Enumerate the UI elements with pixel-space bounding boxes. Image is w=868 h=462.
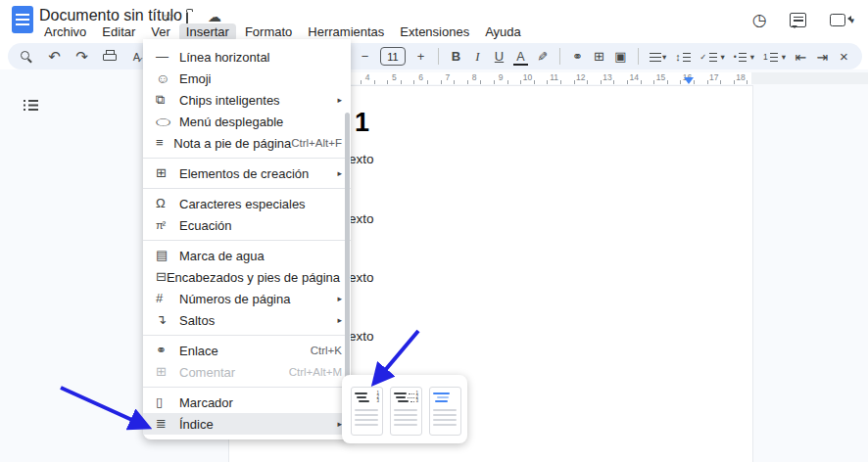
right-indent-marker[interactable] xyxy=(684,77,694,84)
menu-item-label: Comentar xyxy=(179,365,289,380)
decrease-font-size-button[interactable]: − xyxy=(359,49,371,64)
menu-item-label: Marcador xyxy=(179,395,342,410)
menu-item-chips-inteligentes[interactable]: ⧉Chips inteligentes▸ xyxy=(143,89,351,111)
docs-logo[interactable] xyxy=(12,6,33,33)
bulleted-list-icon xyxy=(739,52,747,62)
ruler-number: 5 xyxy=(392,72,397,82)
ruler-outside-page xyxy=(751,72,868,84)
comment-icon: ⊞ xyxy=(156,365,179,379)
breaks-icon: ↴ xyxy=(156,313,179,327)
menu-item-saltos[interactable]: ↴Saltos▸ xyxy=(143,309,351,331)
menu-item-grafico[interactable]: ▯Gráfico xyxy=(143,39,351,46)
toc-links[interactable] xyxy=(429,387,461,436)
shortcut-label: Ctrl+Alt+F xyxy=(291,137,342,149)
text-color-icon[interactable]: A xyxy=(514,51,527,63)
body-text-fragment: exto xyxy=(349,329,374,344)
submenu-arrow-icon: ▸ xyxy=(337,168,342,178)
menu-item-encabezados-y-pies-de-pagina[interactable]: ⊟Encabezados y pies de página▸ xyxy=(143,266,351,288)
menu-item-label: Línea horizontal xyxy=(179,50,342,65)
menu-item-linea-horizontal[interactable]: —Línea horizontal xyxy=(143,46,351,68)
align-button[interactable]: ▾ xyxy=(650,52,666,62)
checklist-button[interactable]: ✓▾ xyxy=(699,52,724,62)
ruler-number: 18 xyxy=(736,72,745,82)
menu-item-label: Marca de agua xyxy=(179,249,342,263)
insert-image-icon[interactable]: ▣ xyxy=(614,49,627,64)
toc-plain-numbers[interactable]: 123 xyxy=(351,387,383,436)
italic-icon[interactable]: I xyxy=(471,49,484,65)
heading-text: 1 xyxy=(355,108,369,138)
menu-item-elementos-de-creacion[interactable]: ⊞Elementos de creación▸ xyxy=(143,162,351,184)
search-icon[interactable] xyxy=(20,50,33,64)
menu-editar[interactable]: Editar xyxy=(95,23,142,41)
decrease-indent-icon[interactable]: ⇤ xyxy=(795,49,807,65)
print-icon[interactable] xyxy=(103,51,116,63)
ruler-number: 7 xyxy=(445,72,450,82)
numbered-list-button[interactable]: 1▾ xyxy=(763,52,786,62)
menu-extensiones[interactable]: Extensiones xyxy=(393,23,476,41)
menu-item-comentar[interactable]: ⊞ComentarCtrl+Alt+M xyxy=(143,361,351,383)
ruler-number: 11 xyxy=(550,72,558,82)
version-history-icon[interactable]: ◷ xyxy=(752,12,767,28)
menu-item-numeros-de-pagina[interactable]: #Números de página▸ xyxy=(143,288,351,309)
menu-item-menu-desplegable[interactable]: ◯Menú desplegable xyxy=(143,111,351,132)
spellcheck-icon[interactable]: A xyxy=(130,51,143,63)
dropdown-icon: ◯ xyxy=(155,117,179,125)
add-comment-icon[interactable]: ⊞ xyxy=(593,49,605,64)
menu-item-nota-a-pie-de-pagina[interactable]: ≡Nota a pie de páginaCtrl+Alt+F xyxy=(143,132,351,154)
footnote-icon: ≡ xyxy=(156,136,173,150)
menu-separator xyxy=(143,335,351,336)
underline-icon[interactable]: U xyxy=(493,49,506,64)
redo-icon[interactable]: ↷ xyxy=(75,48,88,66)
undo-icon[interactable]: ↶ xyxy=(48,48,61,66)
video-camera-icon xyxy=(830,14,845,26)
align-left-icon xyxy=(650,52,661,62)
ruler-number: 17 xyxy=(709,72,718,82)
clear-formatting-icon[interactable]: × xyxy=(838,48,850,65)
divider xyxy=(559,48,560,65)
headers-footers-icon: ⊟ xyxy=(156,270,167,284)
increase-indent-icon[interactable]: ⇥ xyxy=(816,49,829,65)
menu-item-label: Nota a pie de página xyxy=(173,136,291,151)
menu-item-ecuacion[interactable]: π²Ecuación xyxy=(143,214,351,236)
menu-item-label: Números de página xyxy=(179,292,331,306)
menu-item-caracteres-especiales[interactable]: ΩCaracteres especiales xyxy=(143,193,351,214)
show-outline-icon[interactable] xyxy=(24,99,38,111)
menu-item-emoji[interactable]: ☺Emoji xyxy=(143,68,351,89)
bulleted-list-button[interactable]: •▾ xyxy=(734,52,754,62)
toc-dotted-leaders[interactable]: 123 xyxy=(390,387,422,436)
insert-menu-list: ▯Gráfico—Línea horizontal☺Emoji⧉Chips in… xyxy=(143,39,351,435)
open-comments-icon[interactable] xyxy=(790,13,806,27)
shortcut-label: Ctrl+K xyxy=(311,345,342,356)
menu-item-enlace[interactable]: ⚭EnlaceCtrl+K xyxy=(143,340,351,361)
special-characters-icon: Ω xyxy=(156,197,179,210)
document-title[interactable]: Documento sin título xyxy=(39,7,182,24)
ruler-number: 6 xyxy=(418,72,423,82)
horizontal-line-icon: — xyxy=(156,50,179,64)
menu-item-marcador[interactable]: ▯Marcador xyxy=(143,392,351,413)
insert-link-icon[interactable]: ⚭ xyxy=(571,49,584,64)
bold-icon[interactable]: B xyxy=(450,49,462,64)
menu-item-label: Menú desplegable xyxy=(179,115,342,129)
meet-button[interactable]: ▾ xyxy=(830,14,854,26)
menu-ayuda[interactable]: Ayuda xyxy=(478,23,528,41)
menu-item-indice[interactable]: ≣Índice▸ xyxy=(143,413,351,435)
cloud-status-icon[interactable]: ☁ xyxy=(208,9,221,24)
highlighter-icon[interactable]: ✎ xyxy=(535,50,550,63)
checklist-icon xyxy=(709,52,717,62)
line-spacing-icon[interactable]: ↕ xyxy=(675,51,691,63)
chevron-down-icon: ▾ xyxy=(662,52,666,62)
menu-separator xyxy=(143,158,351,159)
font-size-input[interactable]: 11 xyxy=(380,47,406,66)
menu-separator xyxy=(143,387,351,388)
star-icon[interactable]: ☆ xyxy=(163,9,175,24)
toolbar: ↶ ↷ A − 11 + B I U A ✎ ⚭ ⊞ ▣ ▾ ↕ ✓▾ •▾ 1… xyxy=(8,43,862,69)
divider xyxy=(438,48,439,65)
menu-item-label: Enlace xyxy=(179,344,311,358)
indice-submenu: 123123 xyxy=(342,375,467,443)
submenu-arrow-icon: ▸ xyxy=(337,95,342,105)
increase-font-size-button[interactable]: + xyxy=(414,49,427,64)
menu-item-marca-de-agua[interactable]: ▤Marca de agua xyxy=(143,245,351,266)
menu-separator xyxy=(143,188,351,189)
menu-archivo[interactable]: Archivo xyxy=(37,23,93,41)
index-icon: ≣ xyxy=(156,417,179,431)
